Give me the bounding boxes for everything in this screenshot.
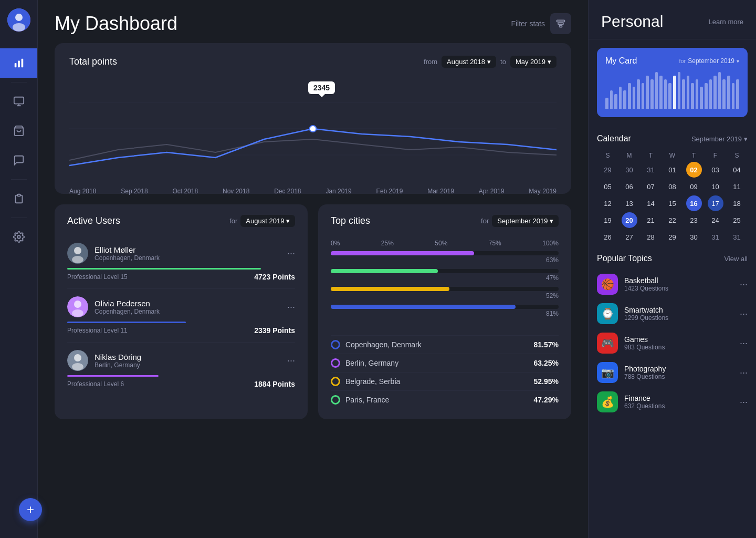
cal-cell[interactable]: 05 [600,179,616,194]
cal-cell[interactable]: 21 [643,212,659,228]
cal-cell[interactable]: 10 [708,179,723,194]
cal-cell[interactable]: 30 [622,162,637,178]
cal-cell[interactable]: 07 [643,179,659,194]
cal-cell[interactable]: 30 [686,229,702,245]
chart-icon [13,57,25,69]
cal-cell[interactable]: 15 [665,195,680,211]
user-level: Professional Level 15 [67,273,128,281]
sidebar-item-presentation[interactable] [0,87,37,116]
city-item: Belgrade, Serbia 52.95% [331,372,559,390]
svg-rect-13 [558,23,563,24]
svg-point-20 [74,247,81,254]
cal-cell[interactable]: 13 [622,195,637,211]
learn-more-link[interactable]: Learn more [709,18,743,26]
mini-bar [650,79,654,109]
cal-cell[interactable]: 23 [686,212,702,228]
user-options-button[interactable]: ··· [287,248,295,259]
fab-button[interactable]: + [19,498,42,521]
calendar-week-4: 19 20 21 22 23 24 25 [597,212,748,229]
user-options-button[interactable]: ··· [287,355,295,366]
x-label-8: Apr 2019 [479,188,505,195]
topic-options-button[interactable]: ··· [740,397,748,408]
cal-cell[interactable]: 22 [665,212,680,228]
user-options-button[interactable]: ··· [287,302,295,313]
cal-cell[interactable]: 31 [729,229,745,245]
my-card-period-value[interactable]: September 2019 [688,57,734,65]
sidebar-item-settings[interactable] [0,222,37,252]
cal-cell[interactable]: 08 [665,179,680,194]
top-cities-period-btn[interactable]: September 2019 ▾ [492,215,559,227]
svg-point-23 [74,301,81,308]
cal-cell[interactable]: 04 [729,162,745,178]
cal-cell[interactable]: 12 [600,195,616,211]
topic-name: Finance [624,394,733,402]
cal-cell[interactable]: 27 [622,229,637,245]
mini-bar [614,94,617,109]
day-header-f: F [705,150,726,161]
cal-cell[interactable]: 31 [643,162,659,178]
mini-bar [642,83,645,109]
topic-count: 1299 Questions [624,314,733,322]
popular-topics-section: Popular Topics View all 🏀 Basketball 142… [589,254,756,538]
view-all-link[interactable]: View all [724,255,748,263]
my-card-header: My Card for September 2019 ▾ [605,56,739,66]
sidebar-item-dashboard[interactable] [0,48,37,78]
divider-2 [11,179,27,180]
topic-icon-smartwatch: ⌚ [597,303,618,324]
cal-cell[interactable]: 09 [686,179,702,194]
cal-cell[interactable]: 29 [665,229,680,245]
avatar[interactable] [7,8,30,32]
right-panel-title: Personal [601,13,663,30]
to-date-picker[interactable]: May 2019 ▾ [510,56,556,68]
mini-bar [668,83,671,109]
cal-cell-selected[interactable]: 20 [622,212,637,228]
from-date-picker[interactable]: August 2018 ▾ [442,56,496,68]
cal-cell[interactable]: 03 [708,162,723,178]
topic-options-button[interactable]: ··· [740,338,748,349]
topic-info: Smartwatch 1299 Questions [624,306,733,322]
mini-bar [736,79,739,109]
axis-labels: 0% 25% 50% 75% 100% [331,240,559,247]
cal-cell[interactable]: 31 [708,229,723,245]
cal-cell[interactable]: 26 [600,229,616,245]
city-name: Berlin, Germany [345,359,398,367]
cal-cell[interactable]: 19 [600,212,616,228]
cal-cell-today[interactable]: 02 [686,162,702,178]
cal-cell-highlighted[interactable]: 17 [708,195,723,211]
topic-options-button[interactable]: ··· [740,367,748,378]
topic-options-button[interactable]: ··· [740,279,748,290]
clipboard-icon [13,193,25,204]
day-header-t: T [640,150,662,161]
cal-cell[interactable]: 28 [643,229,659,245]
sidebar-item-basket[interactable] [0,116,37,146]
active-users-period-btn[interactable]: August 2019 ▾ [240,215,295,227]
calendar-month-picker[interactable]: September 2019 ▾ [691,135,748,143]
cal-cell[interactable]: 25 [729,212,745,228]
sidebar-item-chat[interactable] [0,146,37,175]
active-users-period: for August 2019 ▾ [229,215,295,227]
mini-bar [637,79,640,109]
cal-cell[interactable]: 18 [729,195,745,211]
cal-cell[interactable]: 11 [729,179,745,194]
cal-cell[interactable]: 01 [665,162,680,178]
cal-cell[interactable]: 29 [600,162,616,178]
topic-options-button[interactable]: ··· [740,308,748,319]
topic-count: 788 Questions [624,373,733,380]
calendar-section: Calendar September 2019 ▾ S M T W T F S … [589,126,756,254]
user-level: Professional Level 11 [67,327,128,334]
svg-rect-10 [17,194,20,196]
sidebar-item-clipboard[interactable] [0,184,37,213]
cal-cell[interactable]: 06 [622,179,637,194]
to-chevron-icon: ▾ [548,58,551,66]
city-left: Paris, France [331,395,389,405]
mini-bar [682,79,685,109]
topic-count: 983 Questions [624,344,733,351]
svg-point-2 [13,23,25,32]
cal-cell-selected[interactable]: 16 [686,195,702,211]
filter-stats-button[interactable]: Filter stats [511,13,571,34]
cal-cell[interactable]: 14 [643,195,659,211]
city-item: Paris, France 47.29% [331,390,559,409]
cal-cell[interactable]: 24 [708,212,723,228]
my-card-title: My Card [605,56,637,66]
topic-info: Games 983 Questions [624,335,733,351]
